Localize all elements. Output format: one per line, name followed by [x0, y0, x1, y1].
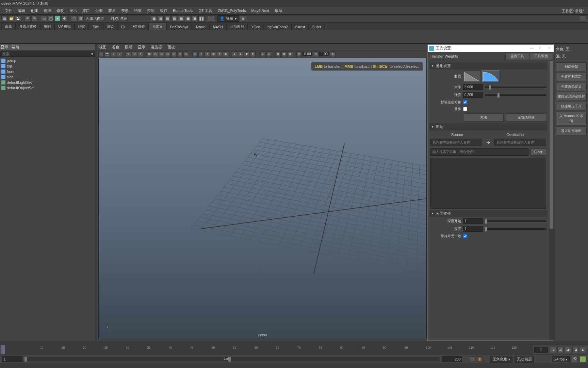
size-input[interactable] [463, 84, 483, 90]
curve-option-1[interactable] [463, 71, 480, 82]
shelf-tab[interactable]: ngSkinTools2 [264, 24, 291, 30]
rigging-button[interactable]: 导入动画示例 [556, 126, 587, 135]
key-back-icon[interactable]: ◂▮ [565, 347, 571, 353]
influence-list[interactable] [430, 158, 546, 209]
rigging-button[interactable]: 创建角色定义 [556, 82, 587, 91]
vp-icon[interactable]: ▭ [165, 51, 170, 57]
pause-icon[interactable]: ❚❚ [198, 15, 205, 21]
menu-控制[interactable]: 控制 [144, 7, 157, 14]
shelf-tab[interactable]: 雕刻 [40, 23, 54, 30]
play-back-icon[interactable]: ◀ [572, 347, 578, 353]
redo-icon[interactable]: ↷ [31, 15, 37, 21]
pref-icon[interactable] [580, 356, 586, 362]
vp-icon[interactable]: ✦ [217, 51, 222, 57]
symmetry-label[interactable]: 对称: 禁用 [109, 16, 129, 21]
outliner-item[interactable]: front [0, 69, 95, 74]
source-dropdown[interactable]: 从列表中选择或输入名称: [430, 139, 482, 146]
vp-icon[interactable]: ✦ [138, 51, 143, 57]
outliner-search[interactable]: 搜索... ▾ [0, 51, 95, 57]
menu-帮助[interactable]: 帮助 [272, 7, 285, 14]
menu-文件[interactable]: 文件 [2, 7, 15, 14]
shelf-icon[interactable]: ▣ [192, 15, 198, 21]
playhead[interactable] [1, 345, 5, 354]
account-dropdown[interactable]: 👤 登录 ▾ [217, 15, 239, 22]
outliner-menu-help[interactable]: 帮助 [12, 45, 19, 50]
depth-start-input[interactable] [463, 218, 483, 224]
menu-May9 Next[interactable]: May9 Next [248, 7, 272, 14]
vp-icon[interactable]: ▦ [275, 51, 281, 57]
shelf-tab[interactable]: 运动图形 [227, 23, 248, 30]
move-icon[interactable]: ✥ [61, 15, 67, 21]
vp-icon[interactable]: ● [232, 51, 237, 57]
current-frame-field[interactable]: 1 [534, 347, 548, 353]
anim-layer-dropdown[interactable]: 无动画层 [514, 356, 534, 363]
vp-icon[interactable]: ▭ [153, 51, 158, 57]
outliner-item[interactable]: top [0, 63, 95, 69]
loop-icon[interactable]: ⟲ [572, 356, 578, 362]
vp-icon[interactable]: ▪ [117, 51, 122, 57]
shelf-tab[interactable]: 绑定 [75, 23, 89, 30]
vp-icon[interactable]: ▭ [183, 51, 189, 57]
clear-button[interactable]: Clear [530, 149, 546, 156]
shelf-tab[interactable]: Bullet [309, 24, 325, 30]
menu-编辑[interactable]: 编辑 [15, 7, 28, 14]
shelf-tab[interactable]: Bifrost [292, 24, 309, 30]
shelf-tab[interactable]: FX 缓存 [129, 23, 149, 30]
vp-icon[interactable]: ▪ [111, 51, 116, 57]
vp-icon[interactable]: ⊙ [313, 51, 318, 57]
tool-scrollbar[interactable] [549, 61, 554, 340]
vp-icon[interactable]: ● [238, 51, 243, 57]
range-end-field[interactable]: 200 [442, 356, 462, 362]
vp-icon[interactable]: ⊕ [330, 51, 336, 57]
grid-icon[interactable]: ▦ [147, 51, 152, 57]
outliner-item[interactable]: side [0, 74, 95, 80]
rigging-button[interactable]: 创建骨架 [556, 62, 587, 71]
destination-dropdown[interactable]: 从列表中选择或输入名称: [494, 139, 546, 146]
reset-tool-button[interactable]: 重置工具 [505, 52, 529, 60]
range-track[interactable]: 120 [24, 357, 440, 362]
vp-icon[interactable]: ⟳ [296, 51, 302, 57]
menu-显示[interactable]: 显示 [67, 7, 80, 14]
play-fwd-icon[interactable]: ▶ [580, 347, 586, 353]
vp-num1[interactable]: 0.00 [303, 52, 312, 56]
rigging-button[interactable]: 快速绑定工具 [556, 102, 587, 111]
shelf-tab[interactable]: MASH [209, 24, 227, 30]
marketplace-icon[interactable]: ⊕ [240, 15, 246, 21]
viewport-3d[interactable]: LMB to transfer. | MMB to adjust. | Shif… [98, 58, 427, 339]
menu-选择[interactable]: 选择 [41, 7, 54, 14]
rigging-button[interactable]: 建自定义绑定映射 [556, 92, 587, 101]
vp-icon[interactable]: ▭ [171, 51, 177, 57]
vp-menu-item[interactable]: 着色 [112, 45, 119, 50]
replace-checkbox[interactable] [463, 107, 467, 111]
strength-slider[interactable] [485, 94, 546, 96]
vp-icon[interactable]: ✎ [126, 51, 131, 57]
vp-icon[interactable]: ↻ [250, 51, 256, 57]
depth-start-slider[interactable] [485, 220, 546, 222]
menu-GT 工具[interactable]: GT 工具 [196, 7, 215, 14]
camera-icon[interactable]: 📷 [104, 51, 110, 57]
character-set-dropdown[interactable]: 无角色集 ▾ [490, 356, 512, 363]
shelf-tab[interactable]: 自定义 [149, 23, 166, 30]
vp-icon[interactable]: ▭ [177, 51, 183, 57]
menu-ZhCG_PolyTools[interactable]: ZhCG_PolyTools [215, 7, 249, 14]
shelf-icon[interactable]: ▦ [158, 15, 164, 21]
section-surface[interactable]: 表面转移 [429, 210, 548, 217]
vp-icon[interactable]: ▦ [288, 51, 293, 57]
shelf-icon[interactable]: ▦ [178, 15, 184, 21]
vp-icon[interactable]: ▸ [260, 51, 266, 57]
shelf-tab[interactable]: Arnold [192, 24, 209, 30]
filter-input[interactable]: 输入搜索字符串，组合使用+ [430, 148, 528, 156]
vp-icon[interactable]: ▦ [281, 51, 287, 57]
section-general[interactable]: 通用设置 [429, 62, 548, 70]
vp-icon[interactable]: ▪ [98, 51, 104, 57]
snap2-icon[interactable]: ⊞ [78, 15, 84, 21]
shelf-tab[interactable]: 渲染 [103, 23, 117, 30]
vp-icon[interactable]: ▭ [159, 51, 164, 57]
menu-创建[interactable]: 创建 [28, 7, 41, 14]
shelf-icon[interactable]: ▦ [164, 15, 170, 21]
vp-menu-item[interactable]: 照明 [125, 45, 132, 50]
tool-help-button[interactable]: 工具帮助 [529, 52, 553, 60]
set-absolute-button[interactable]: 设置绝对值 [506, 113, 546, 122]
affect-checkbox[interactable] [463, 100, 467, 104]
tool-settings-titlebar[interactable]: 工具设置 — ☐ ✕ [428, 45, 554, 52]
